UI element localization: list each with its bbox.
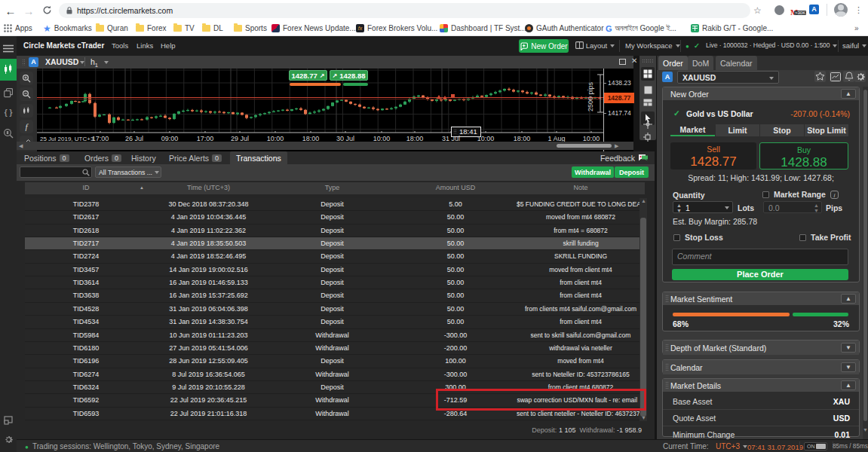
comment-field[interactable]: Comment bbox=[672, 249, 848, 265]
sidebar-symbol-search-icon[interactable] bbox=[0, 128, 17, 142]
column-header[interactable]: Type bbox=[270, 184, 394, 191]
column-header[interactable]: Note bbox=[517, 184, 645, 191]
column-header[interactable]: ID bbox=[25, 184, 147, 191]
user-menu[interactable]: saiful bbox=[842, 41, 866, 50]
gmail-extension-icon[interactable]: M >30K bbox=[790, 5, 798, 18]
tab-transactions[interactable]: Transactions bbox=[230, 151, 287, 164]
transaction-row-TID6180[interactable]: TID618027 Jun 2019 05:41:54.006Withdrawa… bbox=[25, 342, 645, 355]
table-scrollbar-thumb[interactable] bbox=[640, 218, 646, 417]
collapse-icon[interactable]: ▲ bbox=[841, 380, 856, 390]
timezone-select[interactable]: UTC+3 bbox=[716, 442, 747, 450]
browser-menu-icon[interactable]: ⋮ bbox=[854, 5, 863, 15]
scroll-right-arrow-icon[interactable]: ▶ bbox=[615, 143, 618, 149]
info-icon[interactable]: i bbox=[830, 191, 839, 199]
extension-icon[interactable] bbox=[774, 5, 784, 15]
bookmark-forex-brokers[interactable]: fxForex Brokers Volu... bbox=[356, 24, 437, 32]
bookmark-folder-tv[interactable]: TV bbox=[173, 24, 195, 32]
menu-tools[interactable]: Tools bbox=[112, 41, 128, 50]
scroll-up-arrow-icon[interactable]: ▲ bbox=[641, 198, 646, 203]
market-range-input[interactable]: 0.0 ▲▼ bbox=[763, 201, 822, 213]
sell-button[interactable]: Sell 1428.77 bbox=[670, 142, 756, 170]
scroll-left-arrow-icon[interactable]: ◀ bbox=[19, 143, 23, 149]
maximize-icon[interactable] bbox=[619, 59, 626, 65]
split-chart-icon[interactable] bbox=[641, 96, 655, 108]
panel-settings-gear-icon[interactable] bbox=[854, 71, 866, 82]
transaction-row-TID2378[interactable]: TID237830 Dec 2018 08:37:20.348Deposit5.… bbox=[25, 198, 645, 211]
transaction-row-TID3614[interactable]: TID361416 Jan 2019 01:46:59.133Deposit50… bbox=[25, 276, 645, 289]
account-selector[interactable]: Live · 1000032 · Hedged · USD 0.00 · 1:5… bbox=[706, 41, 837, 49]
bookmark-bookmarks[interactable]: ★ Bookmarks bbox=[43, 23, 92, 34]
price-axis[interactable]: 1438.23 1428.77 1417.74 bbox=[603, 69, 633, 151]
feedback-link[interactable]: Feedback bbox=[600, 154, 635, 163]
expand-icon[interactable]: ▼ bbox=[841, 362, 856, 372]
quick-sell-button[interactable]: 1428.77↗ bbox=[289, 70, 327, 81]
tab-calendar[interactable]: Calendar bbox=[716, 56, 757, 70]
bookmark-dashboard[interactable]: Dashboard | TF Syst... bbox=[440, 24, 526, 32]
drag-handle-icon[interactable] bbox=[665, 381, 669, 389]
tab-positions[interactable]: Positions0 bbox=[18, 151, 75, 164]
transaction-row-TID6274[interactable]: TID62748 Jul 2019 16:36:54.065Withdrawal… bbox=[25, 368, 645, 381]
drag-handle-icon[interactable] bbox=[665, 363, 669, 371]
bookmark-gauth[interactable]: GAuth Authenticator bbox=[525, 24, 604, 32]
take-profit-checkbox[interactable]: Take Profit bbox=[799, 233, 851, 242]
dom-header[interactable]: Depth of Market (Standard)▼ bbox=[663, 341, 859, 355]
bookmark-folder-sports[interactable]: Sports bbox=[234, 24, 267, 32]
transaction-row-TID3638[interactable]: TID363816 Jan 2019 15:37:25.692Deposit50… bbox=[25, 289, 645, 302]
bookmark-folder-quran[interactable]: Quran bbox=[96, 24, 128, 32]
hamburger-menu-icon[interactable] bbox=[0, 42, 17, 56]
bookmarks-overflow-icon[interactable]: » bbox=[854, 24, 859, 32]
sidebar-code-icon[interactable]: { } bbox=[0, 108, 17, 117]
transaction-row-TID2617[interactable]: TID26174 Jan 2019 10:04:36.445Deposit50.… bbox=[25, 211, 645, 224]
crosshair-tool-icon[interactable] bbox=[641, 118, 655, 130]
bookmark-rakib[interactable]: Rakib G/T - Google... bbox=[691, 24, 773, 32]
order-type-stop-limit[interactable]: Stop Limit bbox=[805, 124, 848, 136]
transaction-row-TID6196[interactable]: TID619628 Jun 2019 12:55:09.405Deposit10… bbox=[25, 355, 645, 368]
transaction-row-TID5984[interactable]: TID598410 Jun 2019 01:11:23.203Withdrawa… bbox=[25, 329, 645, 342]
zoom-out-icon[interactable] bbox=[20, 87, 33, 101]
symbol-select[interactable]: XAUUSD bbox=[677, 71, 779, 84]
drag-handle-icon[interactable] bbox=[665, 344, 669, 352]
checkbox-icon[interactable] bbox=[762, 191, 769, 198]
quick-buy-button[interactable]: ↗1428.88 bbox=[330, 70, 368, 81]
scrollbar-thumb[interactable] bbox=[863, 90, 867, 421]
table-scrollbar[interactable]: ▲ ▼ bbox=[639, 198, 647, 421]
menu-help[interactable]: Help bbox=[161, 41, 176, 50]
market-details-header[interactable]: Market Details▲ bbox=[663, 379, 859, 392]
collapse-icon[interactable]: ▲ bbox=[841, 89, 856, 99]
new-order-button[interactable]: New Order bbox=[519, 39, 569, 53]
market-range-checkbox[interactable]: Market Rangei bbox=[762, 190, 839, 199]
market-sentiment-header[interactable]: Market Sentiment▲ bbox=[663, 292, 859, 305]
bookmark-google[interactable]: Gঅনলাইনে Google ই... bbox=[606, 24, 676, 33]
bookmark-folder-dl[interactable]: DL bbox=[202, 24, 223, 32]
bookmark-folder-forex[interactable]: Forex bbox=[136, 24, 167, 32]
column-header[interactable]: Time (UTC+3) bbox=[147, 184, 270, 191]
transaction-row-TID2618[interactable]: TID26184 Jan 2019 11:02:22.362Deposit50.… bbox=[25, 224, 645, 237]
scroll-down-arrow-icon[interactable]: ▼ bbox=[641, 415, 646, 420]
sidebar-windows-icon[interactable] bbox=[0, 414, 17, 428]
new-order-header[interactable]: New Order▲ bbox=[663, 87, 859, 100]
checkbox-icon[interactable] bbox=[799, 234, 806, 241]
column-header[interactable]: Amount USD bbox=[394, 184, 517, 191]
layout-menu[interactable]: Layout bbox=[575, 41, 615, 50]
forward-icon[interactable]: → bbox=[20, 5, 38, 17]
tab-dom[interactable]: DoM bbox=[688, 56, 713, 70]
avatar[interactable] bbox=[834, 3, 848, 17]
toggle-knob[interactable] bbox=[816, 444, 826, 449]
timeframe-label[interactable]: h1 bbox=[90, 57, 98, 69]
reload-icon[interactable] bbox=[38, 5, 56, 17]
right-panel-scrollbar[interactable]: ▼ bbox=[863, 87, 868, 439]
expand-icon[interactable]: ▼ bbox=[841, 343, 856, 353]
extension-a-icon[interactable]: A bbox=[809, 5, 819, 14]
chart-scrollbar-thumb[interactable] bbox=[557, 144, 612, 148]
sound-toggle[interactable]: ON bbox=[804, 442, 827, 450]
menu-links[interactable]: Links bbox=[136, 41, 153, 50]
transaction-row-TID4534[interactable]: TID453431 Jan 2019 14:38:30.754Deposit50… bbox=[25, 316, 645, 328]
buy-button[interactable]: Buy 1428.88 bbox=[759, 142, 848, 170]
transaction-row-TID2724[interactable]: TID27244 Jan 2019 18:52:46.495Deposit50.… bbox=[25, 250, 645, 263]
calendar-header[interactable]: Calendar▼ bbox=[663, 360, 859, 374]
anchor-tool-icon[interactable] bbox=[641, 131, 655, 143]
chart-type-icon[interactable] bbox=[20, 104, 33, 118]
caret-down-icon[interactable] bbox=[725, 206, 729, 209]
bookmark-star-icon[interactable]: ☆ bbox=[753, 5, 762, 16]
open-chart-icon[interactable] bbox=[830, 71, 841, 82]
